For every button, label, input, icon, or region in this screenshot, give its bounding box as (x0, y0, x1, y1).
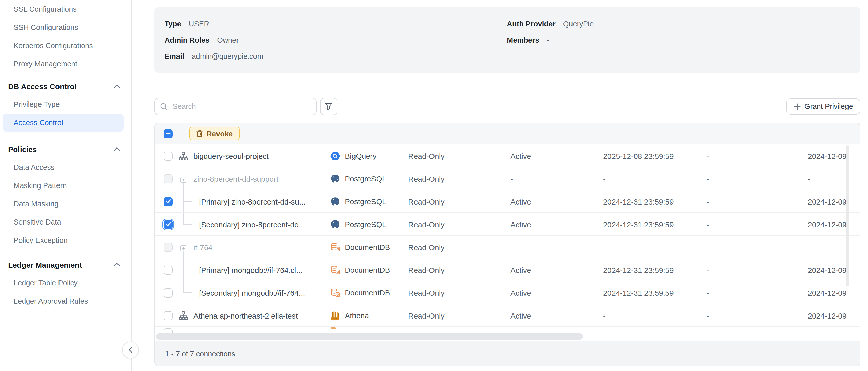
hierarchy-icon (179, 311, 188, 320)
table-row: [Primary] mongodb://if-764.cl... Documen… (155, 258, 860, 281)
filter-button[interactable] (320, 98, 337, 115)
db-type-label: PostgreSQL (345, 174, 386, 183)
granted-date: - (808, 243, 810, 251)
sidebar-nav: SSL Configurations SSH Configurations Ke… (0, 0, 132, 371)
postgresql-icon (330, 196, 340, 206)
extra-value: - (707, 220, 709, 229)
status: Active (510, 220, 531, 229)
sidebar-item-sensitive-data[interactable]: Sensitive Data (0, 213, 131, 231)
granted-date: 2024-12-09 (808, 197, 846, 206)
status: Active (510, 197, 531, 206)
plus-icon (794, 103, 800, 110)
connection-name: if-764 (193, 243, 212, 251)
vertical-scrollbar-thumb[interactable] (846, 145, 849, 286)
row-checkbox[interactable] (163, 151, 173, 161)
row-checkbox[interactable] (163, 265, 173, 275)
revoke-button[interactable]: Revoke (189, 127, 239, 140)
sidebar-item-kerberos-configurations[interactable]: Kerberos Configurations (0, 36, 131, 55)
sidebar-item-ledger-approval-rules[interactable]: Ledger Approval Rules (0, 292, 131, 310)
privilege: Read-Only (408, 288, 444, 297)
expand-icon[interactable] (180, 244, 186, 250)
documentdb-icon (330, 242, 340, 252)
row-checkbox (163, 242, 173, 252)
expand-icon[interactable] (180, 176, 186, 182)
sidebar-item-privilege-type[interactable]: Privilege Type (0, 95, 131, 114)
row-checkbox[interactable] (163, 220, 173, 229)
postgresql-icon (330, 219, 340, 229)
valid-until: 2024-12-31 23:59:59 (603, 265, 674, 274)
extra-value: - (707, 197, 709, 206)
sidebar-item-data-masking[interactable]: Data Masking (0, 195, 131, 213)
athena-icon (330, 310, 340, 320)
extra-value: - (707, 174, 709, 183)
status: Active (510, 151, 531, 160)
db-type-label: DocumentDB (345, 288, 390, 297)
bulk-action-bar: Revoke (155, 123, 860, 144)
valid-until: 2024-12-31 23:59:59 (603, 288, 674, 297)
table-row: Athena ap-northeast-2 ella-test Athena R… (155, 304, 860, 327)
db-type: PostgreSQL (330, 174, 386, 184)
row-checkbox[interactable] (163, 197, 173, 206)
db-type: PostgreSQL (330, 219, 386, 229)
trash-icon (196, 130, 203, 137)
table-footer: 1 - 7 of 7 connections (155, 341, 860, 366)
table-row: [Secondary] zino-8percent-dd... PostgreS… (155, 213, 860, 236)
grant-privilege-label: Grant Privilege (804, 103, 853, 111)
postgresql-icon (330, 174, 340, 184)
horizontal-scrollbar-thumb[interactable] (156, 334, 583, 340)
pagination-summary: 1 - 7 of 7 connections (165, 349, 235, 358)
tree-line (183, 224, 192, 225)
sidebar-item-ssh-configurations[interactable]: SSH Configurations (0, 18, 131, 36)
db-type-label: Athena (345, 311, 369, 320)
sidebar-item-policy-exception[interactable]: Policy Exception (0, 231, 131, 249)
connection-name: [Secondary] zino-8percent-dd... (199, 220, 305, 229)
privilege: Read-Only (408, 265, 444, 274)
table-row: [Secondary] mongodb://if-764... Document… (155, 281, 860, 304)
db-type-label: PostgreSQL (345, 220, 386, 229)
db-type: Athena (330, 310, 369, 320)
sidebar-item-access-control[interactable]: Access Control (3, 114, 124, 132)
sidebar-section-policies[interactable]: Policies (0, 140, 131, 158)
select-all-checkbox[interactable] (163, 129, 173, 138)
granted-date: - (808, 174, 810, 183)
tree-line (183, 250, 184, 258)
valid-until: 2025-12-08 23:59:59 (603, 151, 674, 160)
tree-line (183, 281, 184, 292)
table-row: bigquery-seoul-project BigQuery Read-Onl… (155, 144, 860, 167)
connection-name: [Primary] mongodb://if-764.cl... (199, 265, 303, 274)
sidebar-collapse-button[interactable] (122, 342, 139, 358)
db-type-label: BigQuery (345, 151, 376, 160)
sidebar-item-masking-pattern[interactable]: Masking Pattern (0, 176, 131, 195)
status: - (510, 243, 513, 251)
revoke-label: Revoke (207, 130, 233, 138)
partial-row (155, 327, 860, 334)
row-checkbox[interactable] (163, 288, 173, 297)
search-input[interactable] (172, 102, 311, 111)
privilege: Read-Only (408, 220, 444, 229)
sidebar-section-ledger-management[interactable]: Ledger Management (0, 255, 131, 274)
grant-privilege-button[interactable]: Grant Privilege (786, 98, 860, 115)
chevron-up-icon (114, 147, 120, 151)
sidebar-item-data-access[interactable]: Data Access (0, 158, 131, 176)
field-label: Auth Provider (507, 20, 556, 28)
tree-line (183, 182, 184, 190)
tree-line (183, 213, 184, 224)
extra-value: - (707, 151, 709, 160)
extra-value: - (707, 311, 709, 320)
field-label: Admin Roles (164, 36, 209, 44)
connection-name: [Primary] zino-8percent-dd-su... (199, 197, 305, 206)
sidebar-item-ledger-table-policy[interactable]: Ledger Table Policy (0, 274, 131, 292)
status: Active (510, 311, 531, 320)
row-checkbox[interactable] (163, 311, 173, 320)
sidebar-section-db-access-control[interactable]: DB Access Control (0, 77, 131, 95)
sidebar-item-proxy-management[interactable]: Proxy Management (0, 55, 131, 73)
field-value: Owner (217, 36, 239, 44)
row-checkbox (163, 174, 173, 183)
granted-date: 2024-12-09 (808, 288, 846, 297)
field-value: admin@querypie.com (192, 52, 264, 60)
table-body: bigquery-seoul-project BigQuery Read-Onl… (155, 144, 860, 327)
funnel-icon (324, 103, 333, 111)
section-title: Policies (8, 145, 37, 153)
sidebar-item-ssl-configurations[interactable]: SSL Configurations (0, 0, 131, 18)
field-members: Members - (507, 32, 594, 48)
